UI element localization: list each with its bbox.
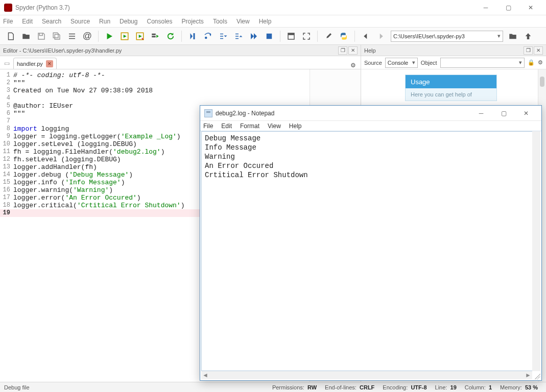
help-pane-header: Help ❐ ✕ bbox=[361, 45, 546, 56]
working-dir-text: C:\Users\IEUser\.spyder-py3 bbox=[393, 33, 465, 39]
run-icon[interactable] bbox=[103, 30, 115, 42]
object-label: Object bbox=[421, 60, 437, 66]
pane-undock-button[interactable]: ❐ bbox=[338, 46, 347, 55]
notepad-menu-edit[interactable]: Edit bbox=[221, 122, 232, 130]
forward-icon[interactable] bbox=[375, 30, 387, 42]
status-perm: RW bbox=[307, 384, 317, 390]
menu-source[interactable]: Source bbox=[70, 18, 90, 25]
notepad-window[interactable]: debug2.log - Notepad ─ ▢ ✕ File Edit For… bbox=[200, 105, 542, 381]
object-combo[interactable]: ▾ bbox=[440, 58, 525, 68]
notepad-textarea[interactable]: Debug Message Info Message Warning An Er… bbox=[201, 131, 540, 371]
pane-close-button[interactable]: ✕ bbox=[348, 46, 358, 55]
status-line: 19 bbox=[450, 384, 457, 390]
status-mem: 53 % bbox=[525, 384, 538, 390]
notepad-titlebar[interactable]: debug2.log - Notepad ─ ▢ ✕ bbox=[200, 106, 541, 121]
svg-point-2 bbox=[205, 36, 207, 39]
pane-undock-button[interactable]: ❐ bbox=[524, 46, 533, 55]
usage-header: Usage bbox=[406, 75, 496, 88]
maximize-button[interactable]: ▢ bbox=[497, 1, 519, 15]
notepad-resize-grip[interactable] bbox=[533, 372, 540, 379]
notepad-icon bbox=[204, 109, 212, 117]
step-over-icon[interactable] bbox=[202, 30, 214, 42]
menu-search[interactable]: Search bbox=[42, 18, 61, 25]
editor-options-icon[interactable]: ⚙ bbox=[347, 62, 359, 69]
tab-label: handler.py bbox=[17, 61, 43, 67]
fullscreen-icon[interactable] bbox=[300, 30, 313, 42]
notepad-vscrollbar[interactable] bbox=[532, 131, 540, 371]
source-combo[interactable]: Console▾ bbox=[385, 58, 418, 68]
tab-browse-icon[interactable]: ▭ bbox=[2, 58, 11, 69]
pane-close-button[interactable]: ✕ bbox=[534, 46, 543, 55]
toolbar: @ C:\Users\IEUser\.spyder-py3▾ bbox=[0, 28, 546, 45]
switcher-icon[interactable] bbox=[66, 30, 78, 42]
step-out-icon[interactable] bbox=[232, 30, 245, 42]
save-icon[interactable] bbox=[35, 30, 48, 42]
status-enc-label: Encoding: bbox=[383, 384, 408, 390]
menu-view[interactable]: View bbox=[236, 18, 250, 25]
lock-icon[interactable]: 🔒 bbox=[528, 59, 535, 66]
editor-pane-title: Editor - C:\Users\IEUser\.spyder-py3\han… bbox=[3, 47, 122, 54]
status-eol: CRLF bbox=[360, 384, 374, 390]
notepad-menu-help[interactable]: Help bbox=[289, 122, 302, 130]
svg-rect-5 bbox=[288, 33, 294, 35]
status-mem-label: Memory: bbox=[500, 384, 522, 390]
notepad-maximize-button[interactable]: ▢ bbox=[492, 107, 515, 120]
working-dir-combo[interactable]: C:\Users\IEUser\.spyder-py3▾ bbox=[391, 31, 503, 42]
debug-icon[interactable] bbox=[186, 30, 199, 42]
status-line-label: Line: bbox=[435, 384, 447, 390]
step-into-icon[interactable] bbox=[217, 30, 229, 42]
notepad-menu-format[interactable]: Format bbox=[240, 122, 259, 130]
tab-close-icon[interactable]: ✕ bbox=[46, 60, 53, 67]
menu-help[interactable]: Help bbox=[259, 18, 272, 25]
back-icon[interactable] bbox=[360, 30, 372, 42]
chevron-down-icon: ▾ bbox=[497, 33, 501, 39]
close-button[interactable]: ✕ bbox=[519, 1, 542, 15]
new-file-icon[interactable] bbox=[5, 30, 17, 42]
status-eol-label: End-of-lines: bbox=[325, 384, 357, 390]
save-all-icon[interactable] bbox=[51, 30, 63, 42]
rerun-icon[interactable] bbox=[164, 30, 177, 42]
source-label: Source bbox=[364, 60, 382, 66]
help-controls: Source Console▾ Object ▾ 🔒 ⚙ bbox=[361, 56, 546, 69]
menu-file[interactable]: File bbox=[3, 18, 13, 25]
tab-handler-py[interactable]: handler.py ✕ bbox=[13, 58, 57, 69]
notepad-minimize-button[interactable]: ─ bbox=[470, 107, 492, 120]
stop-icon[interactable] bbox=[263, 30, 275, 42]
run-selection-icon[interactable] bbox=[149, 30, 161, 42]
browse-dir-icon[interactable] bbox=[507, 30, 519, 42]
spyder-icon bbox=[4, 4, 12, 12]
menu-run[interactable]: Run bbox=[99, 18, 110, 25]
parent-dir-icon[interactable] bbox=[522, 30, 534, 42]
open-file-icon[interactable] bbox=[20, 30, 32, 42]
preferences-icon[interactable] bbox=[322, 30, 335, 42]
menu-tools[interactable]: Tools bbox=[213, 18, 227, 25]
notepad-menu-file[interactable]: File bbox=[203, 122, 213, 130]
help-options-icon[interactable]: ⚙ bbox=[538, 59, 543, 66]
titlebar: Spyder (Python 3.7) ─ ▢ ✕ bbox=[0, 0, 546, 15]
menu-debug[interactable]: Debug bbox=[120, 18, 137, 25]
menu-edit[interactable]: Edit bbox=[22, 18, 33, 25]
at-symbol-icon[interactable]: @ bbox=[81, 30, 93, 42]
notepad-menubar: File Edit Format View Help bbox=[200, 121, 541, 131]
run-cell-advance-icon[interactable] bbox=[134, 30, 146, 42]
notepad-menu-view[interactable]: View bbox=[268, 122, 281, 130]
maximize-pane-icon[interactable] bbox=[285, 30, 297, 42]
svg-rect-3 bbox=[267, 33, 272, 39]
status-col: 1 bbox=[489, 384, 492, 390]
menu-consoles[interactable]: Consoles bbox=[147, 18, 172, 25]
menu-projects[interactable]: Projects bbox=[182, 18, 204, 25]
run-cell-icon[interactable] bbox=[118, 30, 131, 42]
status-perm-label: Permissions: bbox=[272, 384, 304, 390]
minimize-button[interactable]: ─ bbox=[474, 1, 497, 15]
continue-icon[interactable] bbox=[248, 30, 260, 42]
notepad-hscrollbar[interactable]: ◄► bbox=[201, 371, 532, 379]
editor-tabs: ▭ handler.py ✕ ⚙ bbox=[0, 56, 361, 69]
notepad-title: debug2.log - Notepad bbox=[216, 110, 470, 117]
pythonpath-icon[interactable] bbox=[338, 30, 350, 42]
usage-card: Usage Here you can get help of bbox=[405, 75, 497, 101]
statusbar: Debug file Permissions: RW End-of-lines:… bbox=[0, 382, 546, 392]
help-pane-title: Help bbox=[364, 47, 376, 54]
notepad-close-button[interactable]: ✕ bbox=[515, 107, 537, 120]
usage-text: Here you can get help of bbox=[406, 88, 496, 101]
status-enc: UTF-8 bbox=[411, 384, 426, 390]
